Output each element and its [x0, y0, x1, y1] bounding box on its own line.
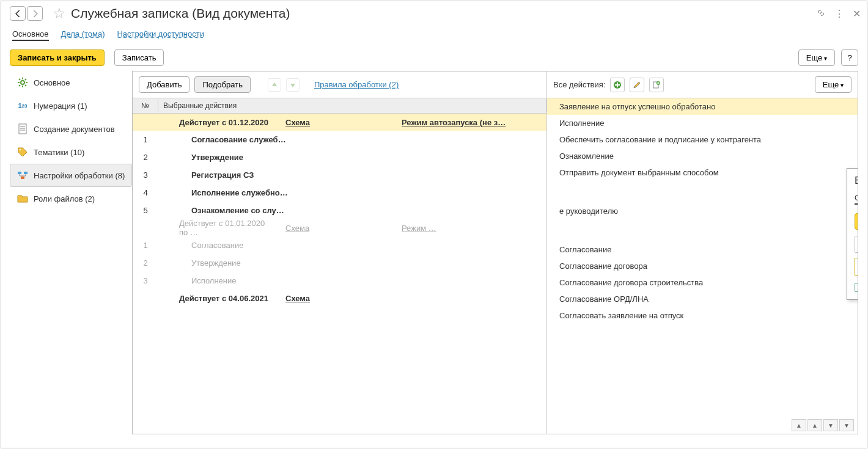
action-type-combo[interactable]: ▾ [855, 236, 858, 253]
table-row[interactable]: 2Утверждение [133, 254, 546, 272]
popup-save-close-button[interactable]: Записать и закрыть [855, 213, 858, 230]
svg-point-5 [20, 149, 21, 150]
tab-access[interactable]: Настройки доступности [117, 28, 204, 41]
sidebar-item-numbering[interactable]: 123 Нумерация (1) [10, 94, 132, 117]
col-actions: Выбранные действия [158, 99, 546, 112]
table-row[interactable]: 1Согласование [133, 236, 546, 254]
allow-change-subject-checkbox[interactable]: ✓ [855, 283, 858, 292]
sidebar-item-file-roles[interactable]: Роли файлов (2) [10, 187, 132, 210]
right-more-button[interactable]: Еще [815, 76, 851, 93]
action-list-item[interactable] [547, 195, 858, 203]
tab-cases[interactable]: Дела (тома) [61, 28, 105, 41]
actions-table: Действует с 01.12.2020 Схема Режим автоз… [133, 114, 546, 434]
copy-action-button[interactable] [649, 78, 664, 92]
sidebar-item-processing[interactable]: Настройки обработки (8) [10, 164, 132, 187]
process-icon [17, 169, 29, 181]
all-actions-label: Все действия: [553, 80, 605, 89]
table-row[interactable]: 3Регистрация СЗ [133, 166, 546, 184]
table-row[interactable]: 2Утверждение [133, 148, 546, 166]
close-icon[interactable]: ✕ [853, 8, 861, 20]
popup-tab-main[interactable]: Основное [855, 192, 858, 205]
favorite-star-icon[interactable]: ☆ [53, 5, 66, 22]
action-list-item[interactable]: Заявление на отпуск успешно обработано [547, 98, 858, 115]
action-list-item[interactable]: Ознакомление [547, 148, 858, 164]
action-list-item[interactable]: Согласование договора строительства [547, 274, 858, 291]
table-row[interactable]: 3Исполнение [133, 272, 546, 290]
folder-icon [17, 192, 29, 205]
action-list-item[interactable] [547, 188, 858, 195]
nav-down-icon[interactable]: ▼ [823, 419, 838, 431]
action-list-item[interactable] [547, 219, 858, 227]
table-row[interactable]: 1Согласование служеб… [133, 131, 546, 148]
action-type-input[interactable] [855, 236, 858, 252]
table-row[interactable]: 4Исполнение служебно… [133, 184, 546, 202]
nav-up-icon[interactable]: ▲ [807, 419, 822, 431]
svg-rect-8 [21, 177, 24, 179]
nav-first-icon[interactable]: ▲ [792, 419, 806, 431]
link-icon[interactable] [816, 8, 826, 20]
group-row[interactable]: Действует с 01.12.2020 Схема Режим автоз… [133, 114, 546, 131]
group-row[interactable]: Действует с 01.01.2020 по … Схема Режим … [133, 219, 546, 236]
svg-rect-6 [18, 172, 21, 174]
nav-last-icon[interactable]: ▼ [839, 419, 854, 431]
action-list-item[interactable]: Исполнение [547, 115, 858, 131]
more-button[interactable]: Еще [798, 49, 835, 66]
pick-button[interactable]: Подобрать [194, 76, 250, 93]
action-list-item[interactable]: Согласование ОРД/ЛНА [547, 291, 858, 307]
action-list-item[interactable] [547, 181, 858, 188]
help-button[interactable]: ? [841, 49, 858, 66]
nav-back-button[interactable] [10, 6, 26, 21]
sidebar-label: Нумерация (1) [34, 101, 87, 111]
move-up-button[interactable] [268, 78, 281, 92]
save-close-button[interactable]: Записать и закрыть [10, 49, 105, 66]
action-list-item[interactable]: е руководителю [547, 203, 858, 219]
svg-point-0 [21, 81, 24, 84]
tab-main[interactable]: Основное [12, 28, 49, 41]
action-list-item[interactable] [547, 227, 858, 234]
processing-rules-link[interactable]: Правила обработки (2) [314, 80, 399, 89]
popup-title: Вид действия (создание) * [855, 175, 858, 187]
numbering-icon: 123 [17, 100, 29, 112]
sidebar: Основное 123 Нумерация (1) Создание доку… [10, 71, 132, 434]
footer-nav: ▲ ▲ ▼ ▼ [792, 419, 854, 431]
sidebar-item-main[interactable]: Основное [10, 71, 132, 94]
action-list-item[interactable]: Согласование договора [547, 258, 858, 274]
svg-rect-1 [19, 124, 26, 134]
svg-rect-7 [24, 172, 28, 174]
action-list-item[interactable]: Обеспечить согласование и подписание у к… [547, 131, 858, 148]
action-list-item[interactable]: Согласовать заявление на отпуск [547, 307, 858, 324]
group-row[interactable]: Действует с 04.06.2021 Схема [133, 290, 546, 307]
sidebar-label: Роли файлов (2) [34, 194, 95, 203]
edit-action-button[interactable] [630, 78, 644, 92]
action-type-popup: Вид действия (создание) * ⋮ ▢ ✕ Основное… [847, 168, 858, 300]
action-list-item[interactable]: Согласование [547, 241, 858, 258]
kebab-menu-icon[interactable]: ⋮ [834, 8, 844, 20]
sidebar-label: Создание документов [34, 125, 115, 134]
add-button[interactable]: Добавить [139, 76, 189, 93]
action-list-item[interactable] [547, 234, 858, 241]
action-list: Заявление на отпуск успешно обработаноИс… [547, 98, 858, 434]
action-list-item[interactable]: Отправить документ выбранным способом [547, 164, 858, 181]
col-num: № [133, 99, 158, 112]
action-name-input[interactable] [855, 258, 858, 276]
sidebar-item-create-docs[interactable]: Создание документов [10, 117, 132, 141]
add-action-button[interactable] [610, 78, 625, 92]
sidebar-item-topics[interactable]: Тематики (10) [10, 141, 132, 164]
sidebar-label: Настройки обработки (8) [34, 171, 125, 180]
sidebar-label: Основное [34, 78, 70, 87]
gear-icon [17, 76, 29, 89]
page-title: Служебная записка (Вид документа) [71, 6, 290, 21]
save-button[interactable]: Записать [114, 49, 164, 66]
tag-icon [17, 146, 29, 158]
move-down-button[interactable] [286, 78, 300, 92]
nav-forward-button[interactable] [27, 6, 43, 21]
sidebar-label: Тематики (10) [34, 148, 84, 157]
document-icon [17, 123, 29, 135]
